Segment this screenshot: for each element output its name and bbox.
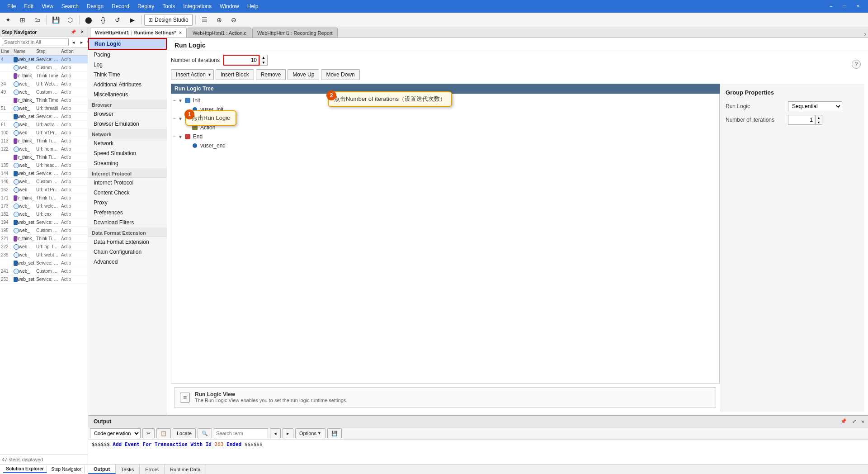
search-prev-btn[interactable]: ◂: [70, 38, 77, 46]
settings-nav-item[interactable]: Chain Configuration: [88, 247, 167, 257]
tree-node[interactable]: Action: [173, 123, 717, 132]
output-tab-runtime[interactable]: Runtime Data: [165, 465, 206, 474]
remove-button[interactable]: Remove: [256, 69, 286, 80]
settings-nav-item[interactable]: Advanced: [88, 257, 167, 267]
settings-nav-item[interactable]: Pacing: [88, 50, 167, 60]
settings-nav-item[interactable]: Streaming: [88, 158, 167, 168]
settings-nav-item[interactable]: Network: [88, 138, 167, 148]
settings-nav-item[interactable]: Internet Protocol: [88, 178, 167, 188]
step-row[interactable]: 222 web_ Url: hp_logo Actio: [0, 243, 88, 251]
iterations-input[interactable]: [223, 55, 259, 66]
settings-nav-item[interactable]: Miscellaneous: [88, 90, 167, 100]
step-row[interactable]: 162 web_ Url: V1Profil Actio: [0, 186, 88, 194]
settings-nav-item[interactable]: Preferences: [88, 208, 167, 218]
move-up-button[interactable]: Move Up: [288, 69, 319, 80]
menu-file[interactable]: File: [4, 2, 19, 10]
step-row[interactable]: 239 web_ Url: webtour Actio: [0, 251, 88, 259]
tab-runtime-close[interactable]: ×: [179, 30, 182, 35]
tab-action[interactable]: WebHttpHtml1 : Action.c: [188, 28, 251, 38]
settings-nav-item[interactable]: Run Logic: [88, 38, 167, 50]
menu-view[interactable]: View: [38, 2, 57, 10]
step-row[interactable]: 144 web_set Service: Set Actio: [0, 170, 88, 178]
settings-nav-item[interactable]: Speed Simulation: [88, 148, 167, 158]
minimize-button[interactable]: −: [825, 1, 837, 11]
design-studio-button[interactable]: ⊞ Design Studio: [144, 14, 193, 26]
step-row[interactable]: 173 web_ Url: welcom Actio: [0, 202, 88, 210]
settings-nav-item[interactable]: Download Filters: [88, 218, 167, 228]
step-row[interactable]: 49 web_ Custom Rec Actio: [0, 88, 88, 96]
tree-toggle[interactable]: ▼: [177, 133, 184, 140]
search-next-btn[interactable]: ▸: [78, 38, 85, 46]
step-row[interactable]: 61 web_ Url: activitys Actio: [0, 121, 88, 129]
output-locate-btn[interactable]: Locate: [173, 428, 196, 438]
output-tab-output[interactable]: Output: [88, 465, 116, 474]
output-save-btn[interactable]: 💾: [327, 428, 342, 438]
step-row[interactable]: 182 web_ Url: cnx Actio: [0, 210, 88, 218]
step-row[interactable]: web_set Service: Set Actio: [0, 113, 88, 121]
panel-close-btn[interactable]: ×: [79, 28, 86, 36]
tree-collapse-btn[interactable]: −: [173, 98, 176, 103]
settings-nav-item[interactable]: Think Time: [88, 70, 167, 80]
run-logic-select[interactable]: Sequential Random: [788, 101, 842, 111]
step-navigator-tab[interactable]: Step Navigator: [49, 465, 85, 473]
output-type-select[interactable]: Code generation: [90, 428, 141, 438]
step-row[interactable]: 241 web_ Custom Rec Actio: [0, 267, 88, 275]
output-close-btn[interactable]: ×: [860, 419, 866, 424]
output-float-btn[interactable]: ⤢: [850, 418, 858, 424]
output-next-btn[interactable]: ▸: [283, 428, 293, 438]
menu-window[interactable]: Window: [216, 2, 243, 10]
insert-action-button[interactable]: Insert Action ▼: [171, 69, 214, 80]
tree-collapse-btn[interactable]: −: [173, 134, 176, 139]
settings-nav-item[interactable]: Proxy: [88, 198, 167, 208]
output-tab-tasks[interactable]: Tasks: [116, 465, 140, 474]
settings-nav-item[interactable]: Content Check: [88, 188, 167, 198]
step-row[interactable]: 171 lr_think_ Think Time · Actio: [0, 194, 88, 202]
menu-integrations[interactable]: Integrations: [179, 2, 215, 10]
step-row[interactable]: lr_think_ Think Time Actio: [0, 72, 88, 80]
move-down-button[interactable]: Move Down: [321, 69, 359, 80]
tree-node[interactable]: vuser_end: [173, 141, 717, 150]
toolbar-play-btn[interactable]: ▶: [126, 14, 138, 26]
tree-node[interactable]: − ▼ End: [173, 132, 717, 141]
output-cut-btn[interactable]: ✂: [142, 428, 155, 438]
output-copy-btn[interactable]: 📋: [156, 428, 171, 438]
prop-spin-down[interactable]: ▼: [816, 120, 822, 124]
step-row[interactable]: 122 web_ Url: homeCli Actio: [0, 145, 88, 153]
toolbar-record-btn[interactable]: ⬤: [82, 14, 95, 26]
close-button[interactable]: ×: [852, 1, 864, 11]
search-input[interactable]: [2, 38, 69, 46]
toolbar-align-btn[interactable]: ☰: [198, 14, 211, 26]
prop-iterations-input[interactable]: [788, 115, 815, 125]
menu-record[interactable]: Record: [108, 2, 133, 10]
settings-nav-item[interactable]: Additional Attributes: [88, 80, 167, 90]
menu-tools[interactable]: Tools: [159, 2, 179, 10]
output-search-find-btn[interactable]: 🔍: [198, 428, 212, 438]
tree-toggle[interactable]: ▼: [177, 97, 184, 104]
step-row[interactable]: 4 web_set Service: Set Actio: [0, 56, 88, 64]
toolbar-zoom-out-btn[interactable]: ⊖: [227, 14, 240, 26]
help-icon[interactable]: ?: [852, 60, 861, 69]
solution-explorer-tab[interactable]: Solution Explorer: [3, 465, 47, 473]
menu-help[interactable]: Help: [244, 2, 262, 10]
tab-runtime-settings[interactable]: WebHttpHtml1 : Runtime Settings* ×: [90, 28, 187, 38]
toolbar-repeat-btn[interactable]: ↺: [111, 14, 124, 26]
step-row[interactable]: 34 web_ Url: WebTou Actio: [0, 80, 88, 88]
menu-design[interactable]: Design: [83, 2, 107, 10]
tree-toggle[interactable]: ▼: [177, 115, 184, 122]
settings-nav-item[interactable]: Browser: [88, 109, 167, 119]
insert-block-button[interactable]: Insert Block: [216, 69, 254, 80]
output-search-input[interactable]: [214, 428, 268, 438]
iterations-up-btn[interactable]: ▲: [260, 55, 267, 60]
toolbar-zoom-in-btn[interactable]: ⊕: [213, 14, 226, 26]
tabs-overflow-btn[interactable]: ›: [864, 30, 866, 38]
tab-recording-report[interactable]: WebHttpHtml1 : Recording Report: [252, 28, 338, 38]
settings-nav-item[interactable]: Log: [88, 60, 167, 70]
step-row[interactable]: 221 lr_think_ Think Time · Actio: [0, 235, 88, 243]
toolbar-save-btn[interactable]: 💾: [49, 14, 62, 26]
toolbar-code-btn[interactable]: {}: [97, 14, 109, 26]
step-row[interactable]: 51 web_ Url: threatli Actio: [0, 104, 88, 113]
iterations-down-btn[interactable]: ▼: [260, 60, 267, 65]
menu-search[interactable]: Search: [58, 2, 82, 10]
prop-spin-up[interactable]: ▲: [816, 115, 822, 120]
maximize-button[interactable]: □: [838, 1, 851, 11]
